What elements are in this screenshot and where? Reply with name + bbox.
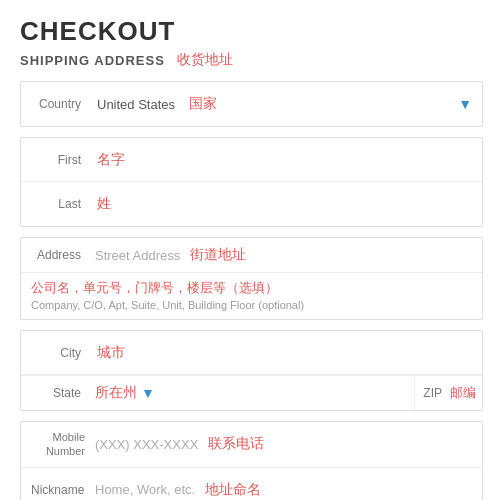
nickname-placeholder: Home, Work, etc. bbox=[91, 474, 199, 500]
country-dropdown-arrow[interactable]: ▼ bbox=[458, 96, 472, 112]
address-label: Address bbox=[21, 240, 91, 270]
country-chinese: 国家 bbox=[189, 95, 217, 113]
state-label: State bbox=[21, 378, 91, 408]
mobile-placeholder: (XXX) XXX-XXXX bbox=[91, 429, 202, 460]
state-chinese: 所在州 bbox=[91, 376, 141, 410]
country-label: Country bbox=[21, 89, 91, 119]
city-label: City bbox=[21, 338, 91, 368]
country-value: United States bbox=[91, 89, 181, 120]
mobile-chinese: 联系电话 bbox=[202, 427, 270, 461]
state-dropdown-arrow[interactable]: ▼ bbox=[141, 385, 155, 401]
shipping-address-chinese: 收货地址 bbox=[177, 51, 233, 69]
zip-label: ZIP bbox=[415, 378, 450, 408]
first-chinese: 名字 bbox=[91, 143, 131, 177]
last-chinese: 姓 bbox=[91, 187, 117, 221]
address-chinese: 街道地址 bbox=[184, 238, 252, 272]
address-extra-english: Company, C/O, Apt, Suite, Unit, Building… bbox=[31, 299, 304, 311]
shipping-address-label: SHIPPING ADDRESS bbox=[20, 53, 165, 68]
nickname-chinese: 地址命名 bbox=[199, 473, 267, 500]
last-label: Last bbox=[21, 189, 91, 219]
first-label: First bbox=[21, 145, 91, 175]
city-chinese: 城市 bbox=[91, 336, 131, 370]
address-extra-chinese: 公司名，单元号，门牌号，楼层等（选填） bbox=[31, 279, 472, 297]
nickname-label: Nickname bbox=[21, 475, 91, 500]
mobile-label: Mobile Number bbox=[21, 422, 91, 467]
zip-chinese: 邮编 bbox=[450, 384, 476, 402]
address-placeholder: Street Address bbox=[91, 240, 184, 271]
checkout-title: CHECKOUT bbox=[20, 16, 483, 47]
